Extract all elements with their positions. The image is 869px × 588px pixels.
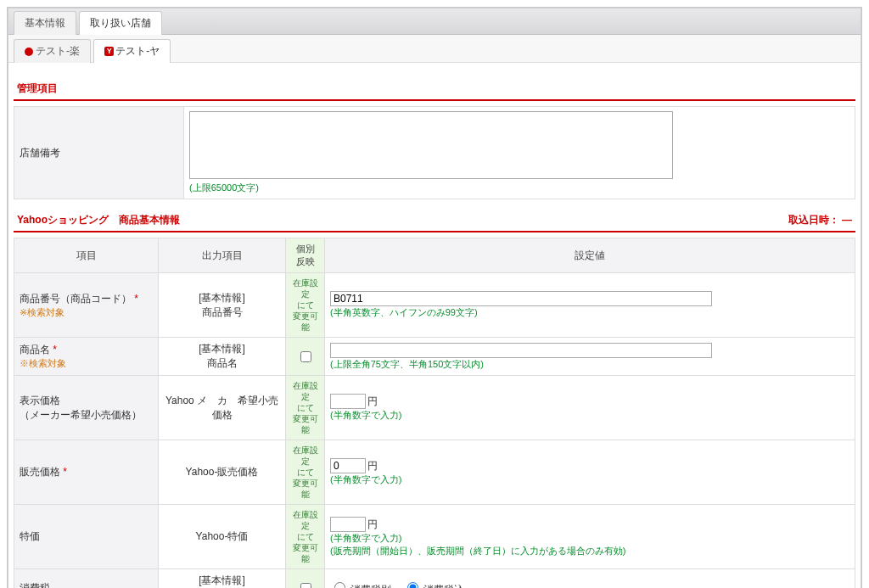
row-list-price-output: Yahoo メ カ 希望小売価格 [159, 376, 286, 440]
special-price-input[interactable] [330, 517, 366, 532]
app-frame: 基本情報 取り扱い店舗 テスト-楽 Yテスト-ヤ 管理項目 店舗備考 (上限65… [7, 7, 862, 588]
row-product-code-output: [基本情報]商品番号 [159, 273, 286, 338]
list-price-hint: (半角数字で入力) [330, 410, 401, 420]
row-tax-value: 消費税別 消費税込 [325, 569, 855, 589]
row-special-price-label: 特価 [14, 505, 159, 569]
row-list-price-label: 表示価格 （メーカー希望小売価格） [14, 376, 159, 440]
row-tax-kobetsu [286, 569, 325, 589]
bullet-icon [25, 48, 33, 56]
yen-label-3: 円 [367, 518, 378, 530]
row-list-price-kobetsu: 在庫設定 にて 変更可能 [286, 376, 325, 440]
section-title-admin: 管理項目 [14, 76, 855, 101]
row-tax-output: [基本情報]消費税 [159, 569, 286, 589]
row-special-price: 特価 Yahoo-特価 在庫設定 にて 変更可能 円 (半角数字で入力) (販売… [14, 505, 855, 569]
tab-basic-info[interactable]: 基本情報 [14, 11, 76, 35]
admin-table: 店舗備考 (上限65000文字) [14, 106, 855, 199]
sale-price-input[interactable] [330, 458, 366, 473]
row-list-price: 表示価格 （メーカー希望小売価格） Yahoo メ カ 希望小売価格 在庫設定 … [14, 376, 855, 440]
tab-test-raku[interactable]: テスト-楽 [14, 39, 91, 63]
import-date-label: 取込日時： [788, 214, 839, 226]
section-title-basic: Yahooショッピング 商品基本情報 取込日時： ― [14, 208, 855, 232]
row-product-name-output: [基本情報]商品名 [159, 338, 286, 376]
row-sale-price-output: Yahoo-販売価格 [159, 440, 286, 505]
product-code-input[interactable] [330, 291, 712, 306]
store-remarks-textarea[interactable] [189, 111, 673, 179]
tax-opt-inclusive-label: 消費税込 [423, 584, 464, 589]
store-remarks-limit: (上限65000文字) [189, 182, 259, 193]
admin-label: 店舗備考 [14, 107, 184, 199]
import-date: 取込日時： ― [788, 213, 852, 227]
tabbar-2: テスト-楽 Yテスト-ヤ [8, 35, 861, 63]
yen-label-2: 円 [367, 460, 378, 472]
row-product-name-value: (上限全角75文字、半角150文字以内) [325, 338, 855, 376]
tax-opt-inclusive[interactable]: 消費税込 [403, 584, 464, 589]
y-icon: Y [104, 47, 114, 56]
tax-opt-exclusive-label: 消費税別 [350, 584, 391, 589]
yen-label: 円 [367, 395, 378, 407]
tab-test-ya-label: テスト-ヤ [115, 45, 160, 57]
row-product-name-label: 商品名 * ※検索対象 [14, 338, 159, 376]
content-area: 管理項目 店舗備考 (上限65000文字) Yahooショッピング 商品基本情報… [8, 63, 861, 588]
product-name-hint: (上限全角75文字、半角150文字以内) [330, 359, 484, 369]
row-product-code-kobetsu: 在庫設定 にて 変更可能 [286, 273, 325, 338]
row-product-code: 商品番号（商品コード） * ※検索対象 [基本情報]商品番号 在庫設定 にて 変… [14, 273, 855, 338]
list-price-input[interactable] [330, 394, 366, 409]
admin-row-remarks: 店舗備考 (上限65000文字) [14, 107, 855, 199]
row-list-price-value: 円 (半角数字で入力) [325, 376, 855, 440]
row-product-code-value: (半角英数字、ハイフンのみ99文字) [325, 273, 855, 338]
basic-info-table: 項目 出力項目 個別反映 設定値 商品番号（商品コード） * ※検索対象 [基本… [14, 238, 855, 588]
row-sale-price-label: 販売価格 * [14, 440, 159, 505]
special-price-hint: (半角数字で入力) [330, 533, 401, 543]
hdr-item: 項目 [14, 238, 159, 273]
row-sale-price-kobetsu: 在庫設定 にて 変更可能 [286, 440, 325, 505]
special-price-hint2: (販売期間（開始日）、販売期間（終了日）に入力がある場合のみ有効) [330, 546, 625, 556]
row-product-name-kobetsu [286, 338, 325, 376]
row-product-code-label: 商品番号（商品コード） * ※検索対象 [14, 273, 159, 338]
hdr-kobetsu: 個別反映 [286, 238, 325, 273]
tab-stores[interactable]: 取り扱い店舗 [79, 11, 162, 35]
product-code-hint: (半角英数字、ハイフンのみ99文字) [330, 307, 478, 317]
admin-value-cell: (上限65000文字) [184, 107, 855, 199]
product-name-kobetsu-checkbox[interactable] [300, 351, 311, 362]
tab-test-raku-label: テスト-楽 [36, 45, 80, 57]
tabbar-1: 基本情報 取り扱い店舗 [8, 8, 861, 35]
section-title-basic-text: Yahooショッピング 商品基本情報 [17, 214, 180, 226]
tax-opt-exclusive[interactable]: 消費税別 [330, 584, 395, 589]
tax-radio-inclusive[interactable] [407, 582, 418, 589]
product-name-input[interactable] [330, 343, 712, 358]
row-product-name: 商品名 * ※検索対象 [基本情報]商品名 (上限全角75文字、半角150文字以… [14, 338, 855, 376]
tax-kobetsu-checkbox[interactable] [300, 583, 311, 589]
tax-radio-exclusive[interactable] [334, 582, 345, 589]
hdr-value: 設定値 [325, 238, 855, 273]
row-tax-label: 消費税 [14, 569, 159, 589]
row-sale-price-value: 円 (半角数字で入力) [325, 440, 855, 505]
row-tax: 消費税 [基本情報]消費税 消費税別 [14, 569, 855, 589]
row-special-price-value: 円 (半角数字で入力) (販売期間（開始日）、販売期間（終了日）に入力がある場合… [325, 505, 855, 569]
tab-test-ya[interactable]: Yテスト-ヤ [93, 39, 171, 63]
row-special-price-output: Yahoo-特価 [159, 505, 286, 569]
row-sale-price: 販売価格 * Yahoo-販売価格 在庫設定 にて 変更可能 円 (半角数字で入… [14, 440, 855, 505]
hdr-output: 出力項目 [159, 238, 286, 273]
sale-price-hint: (半角数字で入力) [330, 474, 401, 484]
import-date-value: ― [842, 214, 852, 226]
row-special-price-kobetsu: 在庫設定 にて 変更可能 [286, 505, 325, 569]
basic-header-row: 項目 出力項目 個別反映 設定値 [14, 238, 855, 273]
